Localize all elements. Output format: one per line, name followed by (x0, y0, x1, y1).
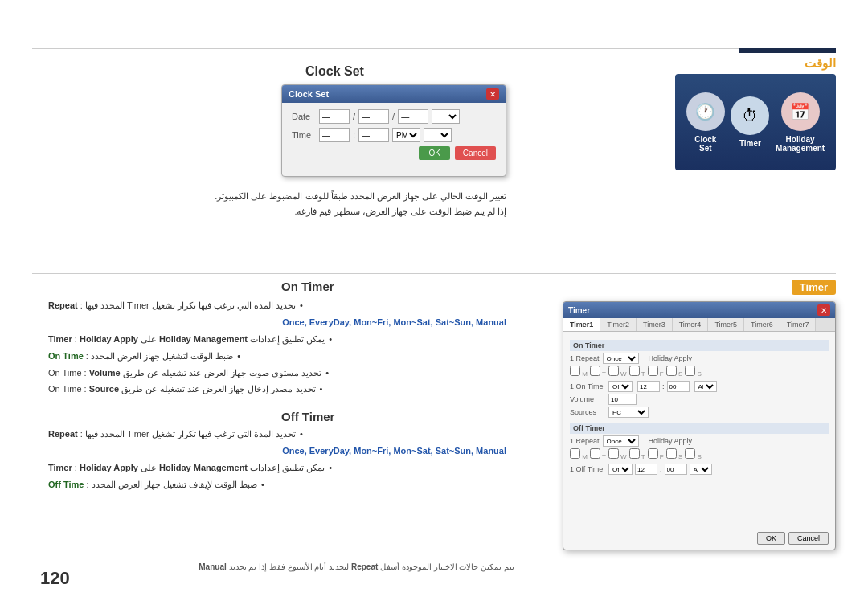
clock-icon: 🕐 (686, 92, 725, 131)
dialog-body: Date / / Time : PM AM OK Cancel (282, 103, 506, 166)
off-tue-checkbox[interactable]: T (590, 448, 606, 460)
off-ampm-select[interactable]: AMPM (690, 464, 712, 475)
on-ampm-select[interactable]: AMPM (694, 381, 717, 392)
right-icons-panel: الوقت 🕐 ClockSet ⏱ Timer 📅 HolidayManage… (675, 56, 836, 170)
off-sat-checkbox[interactable]: S (666, 448, 683, 460)
day-checkboxes: M T W T F S S (570, 366, 829, 378)
off-once-label: Once, EveryDay, Mon~Fri, Mon~Sat, Sat~Su… (282, 446, 506, 456)
icons-box: 🕐 ClockSet ⏱ Timer 📅 HolidayManagement (675, 74, 836, 170)
sources-label: Sources (570, 408, 606, 416)
on-repeat-values: Once, EveryDay, Mon~Fri, Mon~Sat, Sat~Su… (48, 314, 506, 331)
date-label: Date (292, 112, 316, 121)
am-pm-select[interactable]: PM AM (392, 128, 420, 142)
date-sep-1: / (353, 112, 355, 121)
clock-set-title: Clock Set (305, 64, 364, 79)
timer-ok-button[interactable]: OK (757, 532, 785, 545)
wed-checkbox[interactable]: W (608, 366, 627, 378)
on-repeat-select[interactable]: Once EveryDay Manual (603, 353, 639, 364)
on-volume-text: تحديد مستوى صوت جهاز العرض عند تشغيله عن… (48, 365, 321, 382)
on-timer-arabic-block: تحديد المدة التي ترغب فيها تكرار تشغيل T… (48, 297, 506, 398)
on-time-label: 1 On Time (570, 382, 606, 390)
source-row: Sources PC HDMI DVI (570, 407, 829, 418)
tab-timer1[interactable]: Timer1 (563, 318, 600, 331)
clock-arabic-block: تغيير الوقت الحالي على جهاز العرض المحدد… (169, 189, 506, 219)
time-arrow[interactable] (424, 128, 452, 142)
timer-icon-item: ⏱ Timer (731, 96, 769, 148)
on-source-line: تحديد مصدر إدخال جهاز العرض عند تشغيله ع… (48, 381, 506, 398)
off-repeat-select[interactable]: Once EveryDay (603, 435, 639, 447)
holiday-icon: 📅 (781, 92, 820, 131)
tab-timer7[interactable]: Timer7 (780, 318, 817, 331)
on-timer-heading: On Timer (281, 280, 334, 293)
fri-checkbox[interactable]: F (648, 366, 664, 378)
tab-timer3[interactable]: Timer3 (637, 318, 673, 331)
holiday-icon-item: 📅 HolidayManagement (776, 92, 825, 153)
time-row: Time : PM AM (292, 128, 496, 142)
off-repeat-row: 1 Repeat Once EveryDay Holiday Apply (570, 435, 829, 447)
timer-dialog-titlebar: Timer ✕ (563, 302, 835, 318)
tue-checkbox[interactable]: T (590, 366, 606, 378)
mon-checkbox[interactable]: M (570, 366, 588, 378)
on-off-select[interactable]: OffOn (608, 381, 633, 392)
dialog-title: Clock Set (289, 89, 329, 99)
off-timer-heading: Off Timer (281, 410, 334, 423)
timer-cancel-button[interactable]: Cancel (788, 532, 829, 545)
off-time-label: 1 Off Time (570, 465, 606, 473)
on-repeat-text: تحديد المدة التي ترغب فيها تكرار تشغيل T… (48, 297, 296, 314)
timer-dialog-body: On Timer 1 Repeat Once EveryDay Manual H… (563, 332, 835, 481)
source-select[interactable]: PC HDMI DVI (608, 407, 649, 418)
bottom-note-text: يتم تمكين حالات الاختيار الموجودة أسفل R… (199, 562, 514, 571)
close-icon[interactable]: ✕ (486, 88, 499, 100)
on-hour-input[interactable] (637, 381, 660, 392)
thu-checkbox[interactable]: T (629, 366, 645, 378)
on-volume-line: تحديد مستوى صوت جهاز العرض عند تشغيله عن… (48, 365, 506, 382)
tab-timer5[interactable]: Timer5 (708, 318, 744, 331)
off-mon-checkbox[interactable]: M (570, 448, 588, 460)
off-thu-checkbox[interactable]: T (629, 448, 645, 460)
date-arrow[interactable] (432, 109, 460, 124)
timer-tabs-bar: Timer1 Timer2 Timer3 Timer4 Timer5 Timer… (563, 318, 835, 332)
off-time-line: ضبط الوقت لإيقاف تشغيل جهاز العرض المحدد… (48, 476, 506, 493)
on-holiday-line: يمكن تطبيق إعدادات Holiday Management عل… (48, 331, 506, 348)
off-off-select[interactable]: OffOn (608, 464, 633, 475)
off-min-input[interactable] (665, 464, 687, 475)
date-input-2[interactable] (358, 109, 389, 124)
cancel-button[interactable]: Cancel (455, 146, 496, 160)
date-input-3[interactable] (398, 109, 428, 124)
off-holiday-text: يمكن تطبيق إعدادات Holiday Management عل… (48, 460, 325, 476)
off-day-checkboxes: M T W T F S S (570, 448, 829, 460)
on-holiday-apply-label: Holiday Apply (649, 354, 693, 362)
timer-close-icon[interactable]: ✕ (817, 304, 830, 316)
on-repeat-line: تحديد المدة التي ترغب فيها تكرار تشغيل T… (48, 297, 506, 314)
bottom-note: يتم تمكين حالات الاختيار الموجودة أسفل R… (48, 561, 514, 573)
once-label: Once, EveryDay, Mon~Fri, Mon~Sat, Sat~Su… (282, 317, 506, 327)
volume-input[interactable] (608, 394, 637, 405)
time-input-2[interactable] (358, 128, 389, 142)
volume-row: Volume (570, 394, 829, 405)
off-hour-input[interactable] (635, 464, 657, 475)
tab-timer2[interactable]: Timer2 (600, 318, 637, 331)
clock-icon-label: ClockSet (694, 135, 716, 153)
on-source-text: تحديد مصدر إدخال جهاز العرض عند تشغيله ع… (48, 381, 316, 398)
clock-icon-item: 🕐 ClockSet (686, 92, 725, 153)
page-number: 120 (40, 568, 70, 589)
timer-dialog-title: Timer (568, 306, 590, 315)
off-fri-checkbox[interactable]: F (648, 448, 664, 460)
date-input-1[interactable] (319, 109, 350, 124)
off-time-row: 1 Off Time OffOn : AMPM (570, 464, 829, 475)
tab-timer4[interactable]: Timer4 (673, 318, 709, 331)
on-min-input[interactable] (667, 381, 690, 392)
time-input-1[interactable] (319, 128, 350, 142)
tab-timer6[interactable]: Timer6 (744, 318, 780, 331)
on-timer-section-label: On Timer (570, 340, 829, 351)
off-wed-checkbox[interactable]: W (608, 448, 627, 460)
off-holiday-apply-label: Holiday Apply (649, 437, 693, 445)
sat-checkbox[interactable]: S (666, 366, 683, 378)
clock-set-dialog: Clock Set ✕ Date / / Time : PM AM OK Can… (281, 84, 506, 177)
sun-checkbox[interactable]: S (685, 366, 702, 378)
ok-button[interactable]: OK (419, 146, 449, 160)
dialog-titlebar: Clock Set ✕ (282, 85, 506, 103)
date-row: Date / / (292, 109, 496, 124)
off-sun-checkbox[interactable]: S (685, 448, 702, 460)
on-time-line: ضبط الوقت لتشغيل جهاز العرض المحدد : On … (48, 348, 506, 365)
